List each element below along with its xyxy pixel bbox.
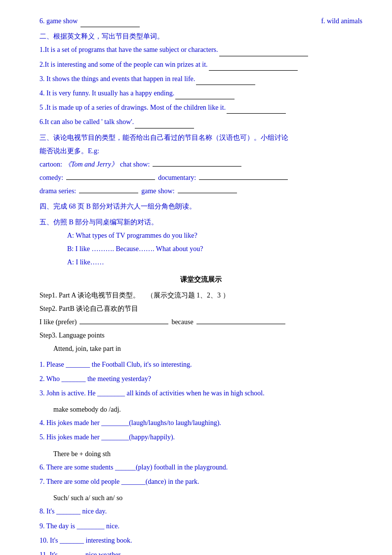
such-item8: 8. It's _______ nice day.: [39, 505, 362, 517]
section5-title: 五、仿照 B 部分与同桌编写新的对话。: [39, 216, 362, 228]
lp-item2: 2. Who _______ the meeting yesterday?: [39, 373, 362, 385]
s2-item6: 6.It can also be called ' talk show'.: [39, 116, 362, 128]
such-label: Such/ such a/ such an/ so: [39, 492, 362, 504]
section3-title: 三、谈论电视节目的类型，能否给出自己看过的节目名称（汉语也可）。小组讨论: [39, 131, 362, 144]
item6-right: f. wild animals: [321, 15, 362, 27]
cartoon-label: cartoon:: [39, 158, 62, 171]
drama-label: drama series:: [39, 185, 76, 197]
lp-item1: 1. Please _______ the Football Club, it'…: [39, 358, 362, 371]
s2-item2: 2.It is interesting and some of the peop…: [39, 58, 362, 71]
lp-item3: 3. John is active. He ________ all kinds…: [39, 387, 362, 399]
s2-item5: 5 .It is made up of a series of drawings…: [39, 101, 362, 114]
classroom-title: 课堂交流展示: [39, 273, 362, 286]
dialogue-b: B: I like ………. Because……. What about you…: [39, 243, 362, 255]
s2-item3: 3. It shows the things and events that h…: [39, 73, 362, 85]
there-item7: 7. There are some old people _______(dan…: [39, 475, 362, 488]
item6f-label: f. wild animals: [321, 17, 362, 25]
step1-row: Step1. Part A 谈论电视节目类型。 （展示交流习题 1、2、3 ）: [39, 289, 362, 301]
there-label: There be + doing sth: [39, 448, 362, 460]
make-label: make somebody do /adj.: [39, 403, 362, 416]
section2-title: 二、根据英文释义，写出节目类型单词。: [39, 30, 362, 43]
such-item11: 11. It's _______ nice weather.: [39, 549, 362, 555]
attend-label: Attend, join, take part in: [39, 342, 362, 355]
comedy-label: comedy:: [39, 171, 63, 184]
such-item9: 9. The day is ________ nice.: [39, 520, 362, 532]
there-item6: 6. There are some students ______(play) …: [39, 461, 362, 473]
item6-left: 6. game show: [39, 15, 141, 27]
drama-row: drama series: game show:: [39, 185, 362, 197]
game-show-label: game show:: [141, 185, 174, 197]
dialogue-a1: A: What types of TV programmes do you li…: [39, 229, 362, 242]
make-item4: 4. His jokes made her ________(laugh/lau…: [39, 417, 362, 429]
step2: Step2. PartB 谈论自己喜欢的节目: [39, 302, 362, 315]
s2-item1: 1.It is a set of programs that have the …: [39, 43, 362, 56]
comedy-row: comedy: documentary:: [39, 171, 362, 184]
documentary-label: documentary:: [158, 171, 196, 184]
step3: Step3. Language points: [39, 329, 362, 342]
dialogue-a2: A: I like……: [39, 256, 362, 268]
such-item10: 10. It's _______ interesting book.: [39, 534, 362, 547]
item6-blank: [80, 27, 140, 27]
step2-blank-row: I like (prefer) because: [39, 316, 362, 328]
make-item5: 5. His jokes made her ________(happy/hap…: [39, 431, 362, 443]
chat-label: chat show:: [120, 158, 150, 171]
cartoon-value: 《Tom and Jerry》: [64, 158, 118, 171]
item6-label: 6. game show: [39, 17, 78, 25]
section3-sub: 能否说出更多。E.g:: [39, 145, 362, 157]
s2-item4: 4. It is very funny. It usually has a ha…: [39, 87, 362, 99]
cartoon-row: cartoon: 《Tom and Jerry》 chat show:: [39, 158, 362, 171]
section4-title: 四、完成 68 页 B 部分对话并六人一组分角色朗读。: [39, 200, 362, 213]
